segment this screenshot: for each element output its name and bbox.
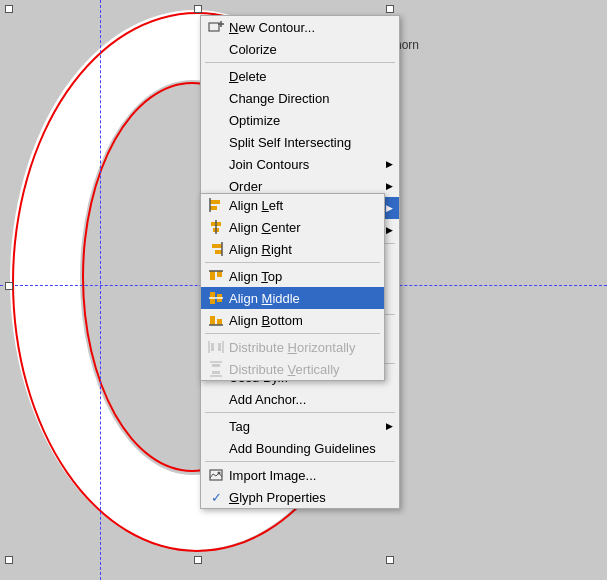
separator-1	[205, 62, 395, 63]
distribute-v-icon	[207, 360, 225, 378]
svg-rect-31	[212, 364, 220, 367]
submenu-label-align-left: Align Left	[229, 198, 283, 213]
menu-item-add-bounding[interactable]: Add Bounding Guidelines	[201, 437, 399, 459]
svg-rect-10	[210, 206, 217, 210]
submenu-label-align-top: Align Top	[229, 269, 282, 284]
submenu-label-align-center: Align Center	[229, 220, 301, 235]
menu-label-change-direction: Change Direction	[229, 91, 329, 106]
menu-item-delete[interactable]: Delete	[201, 65, 399, 87]
menu-item-split-self-intersecting[interactable]: Split Self Intersecting	[201, 131, 399, 153]
svg-rect-16	[215, 250, 222, 254]
submenu-label-align-middle: Align Middle	[229, 291, 300, 306]
submenu-item-align-left[interactable]: Align Left	[201, 194, 384, 216]
new-contour-icon	[207, 18, 225, 36]
menu-item-join-contours[interactable]: Join Contours	[201, 153, 399, 175]
menu-label-new-contour: New Contour...	[229, 20, 315, 35]
submenu-label-align-right: Align Right	[229, 242, 292, 257]
svg-rect-18	[210, 271, 215, 280]
align-left-icon	[207, 196, 225, 214]
check-icon: ✓	[207, 488, 225, 506]
align-bottom-icon	[207, 311, 225, 329]
submenu-item-align-bottom[interactable]: Align Bottom	[201, 309, 384, 331]
menu-label-add-anchor: Add Anchor...	[229, 392, 306, 407]
canvas: New Contour... Colorize Delete Change Di…	[0, 0, 607, 580]
align-center-icon	[207, 218, 225, 236]
menu-item-colorize[interactable]: Colorize	[201, 38, 399, 60]
handle-tl[interactable]	[5, 5, 13, 13]
separator-5	[205, 412, 395, 413]
menu-item-glyph-properties[interactable]: ✓ Glyph Properties	[201, 486, 399, 508]
submenu-item-align-top[interactable]: Align Top	[201, 265, 384, 287]
submenu-item-distribute-h[interactable]: Distribute Horizontally	[201, 336, 384, 358]
submenu-label-distribute-h: Distribute Horizontally	[229, 340, 355, 355]
align-top-icon	[207, 267, 225, 285]
svg-point-8	[218, 472, 221, 475]
submenu-item-align-middle[interactable]: Align Middle	[201, 287, 384, 309]
submenu-label-align-bottom: Align Bottom	[229, 313, 303, 328]
submenu-align-distribute: Align Left Align Center Align Right	[200, 193, 385, 381]
menu-label-add-bounding: Add Bounding Guidelines	[229, 441, 376, 456]
handle-tm[interactable]	[194, 5, 202, 13]
svg-rect-25	[217, 319, 222, 325]
align-middle-icon	[207, 289, 225, 307]
svg-rect-28	[218, 343, 221, 351]
menu-label-split: Split Self Intersecting	[229, 135, 351, 150]
menu-label-optimize: Optimize	[229, 113, 280, 128]
menu-label-join: Join Contours	[229, 157, 309, 172]
image-icon	[207, 466, 225, 484]
menu-label-import-image: Import Image...	[229, 468, 316, 483]
menu-label-tag: Tag	[229, 419, 250, 434]
menu-label-order: Order	[229, 179, 262, 194]
svg-rect-9	[210, 200, 220, 204]
separator-6	[205, 461, 395, 462]
svg-rect-24	[210, 316, 215, 325]
handle-bm[interactable]	[194, 556, 202, 564]
menu-label-delete: Delete	[229, 69, 267, 84]
handle-br[interactable]	[386, 556, 394, 564]
menu-item-change-direction[interactable]: Change Direction	[201, 87, 399, 109]
handle-tr[interactable]	[386, 5, 394, 13]
menu-item-new-contour[interactable]: New Contour...	[201, 16, 399, 38]
menu-item-optimize[interactable]: Optimize	[201, 109, 399, 131]
svg-rect-15	[212, 244, 222, 248]
menu-label-colorize: Colorize	[229, 42, 277, 57]
svg-rect-32	[212, 371, 220, 374]
menu-item-tag[interactable]: Tag	[201, 415, 399, 437]
submenu-item-distribute-v[interactable]: Distribute Vertically	[201, 358, 384, 380]
svg-rect-0	[209, 23, 219, 31]
handle-bl[interactable]	[5, 556, 13, 564]
submenu-label-distribute-v: Distribute Vertically	[229, 362, 340, 377]
submenu-item-align-right[interactable]: Align Right	[201, 238, 384, 260]
submenu-sep-2	[205, 333, 380, 334]
submenu-sep-1	[205, 262, 380, 263]
svg-rect-19	[217, 271, 222, 277]
menu-item-import-image[interactable]: Import Image...	[201, 464, 399, 486]
svg-rect-27	[211, 343, 214, 351]
guide-vertical	[100, 0, 101, 580]
menu-item-add-anchor[interactable]: Add Anchor...	[201, 388, 399, 410]
distribute-h-icon	[207, 338, 225, 356]
align-right-icon	[207, 240, 225, 258]
handle-ml[interactable]	[5, 282, 13, 290]
menu-label-glyph-properties: Glyph Properties	[229, 490, 326, 505]
submenu-item-align-center[interactable]: Align Center	[201, 216, 384, 238]
